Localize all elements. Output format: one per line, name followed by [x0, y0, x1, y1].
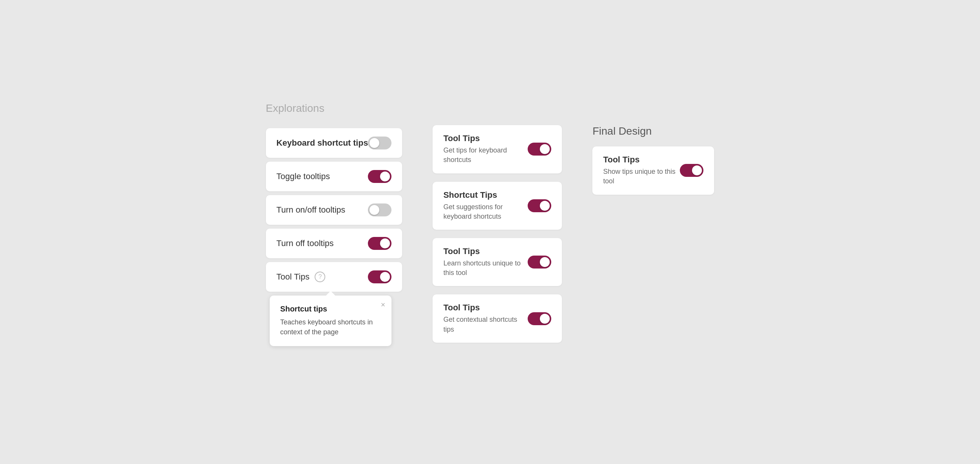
- keyboard-shortcut-label: Keyboard shortcut tips: [277, 138, 368, 148]
- turn-on-off-toggle[interactable]: [368, 203, 391, 216]
- main-layout: Explorations Keyboard shortcut tips Togg…: [266, 102, 714, 346]
- tooltip-close-button[interactable]: ×: [381, 301, 385, 308]
- final-tool-tips-card: Tool Tips Show tips unique to this tool: [592, 146, 714, 194]
- tool-tips-label-2: Tool Tips: [443, 246, 528, 256]
- toggle-tooltips-label: Toggle tooltips: [277, 172, 330, 181]
- shortcut-tips-card: Shortcut Tips Get suggestions for keyboa…: [433, 182, 562, 230]
- tool-tips-toggle-3[interactable]: [528, 312, 551, 325]
- left-column: Keyboard shortcut tips Toggle tooltips: [266, 128, 402, 346]
- tool-tips-question-card: Tool Tips ?: [266, 262, 402, 292]
- shortcut-tips-label: Shortcut Tips: [443, 190, 528, 200]
- question-icon[interactable]: ?: [315, 272, 325, 282]
- tool-tips-toggle-2[interactable]: [528, 256, 551, 269]
- keyboard-shortcut-toggle[interactable]: [368, 137, 391, 149]
- tool-tips-card-1: Tool Tips Get tips for keyboard shortcut…: [433, 125, 562, 173]
- middle-column: Tool Tips Get tips for keyboard shortcut…: [433, 125, 562, 346]
- turn-on-off-label: Turn on/off tooltips: [277, 205, 345, 215]
- shortcut-tips-sub: Get suggestions for keyboard shortcuts: [443, 202, 528, 221]
- tool-tips-content-2: Tool Tips Learn shortcuts unique to this…: [443, 246, 528, 278]
- final-design-section: Final Design Tool Tips Show tips unique …: [592, 125, 714, 198]
- tool-tips-question-toggle[interactable]: [368, 270, 391, 283]
- explorations-section: Explorations Keyboard shortcut tips Togg…: [266, 102, 402, 346]
- toggle-tooltips-card: Toggle tooltips: [266, 162, 402, 191]
- tool-tips-sub-1: Get tips for keyboard shortcuts: [443, 146, 528, 165]
- tool-tips-card-2: Tool Tips Learn shortcuts unique to this…: [433, 238, 562, 286]
- turn-off-label: Turn off tooltips: [277, 238, 334, 248]
- turn-on-off-card: Turn on/off tooltips: [266, 195, 402, 225]
- tool-tips-question-label: Tool Tips: [277, 272, 310, 282]
- tool-tips-toggle-1[interactable]: [528, 143, 551, 156]
- final-tool-tips-toggle[interactable]: [680, 164, 703, 177]
- explorations-label: Explorations: [266, 102, 402, 114]
- canvas: Explorations Keyboard shortcut tips Togg…: [0, 0, 980, 464]
- tool-tips-label-3: Tool Tips: [443, 303, 528, 313]
- tool-tips-card-3: Tool Tips Get contextual shortcuts tips: [433, 294, 562, 342]
- tooltip-popup-title: Shortcut tips: [280, 305, 381, 313]
- shortcut-tips-content: Shortcut Tips Get suggestions for keyboa…: [443, 190, 528, 221]
- tool-tips-row: Tool Tips ?: [277, 272, 326, 282]
- tool-tips-content-3: Tool Tips Get contextual shortcuts tips: [443, 303, 528, 334]
- final-tool-tips-content: Tool Tips Show tips unique to this tool: [603, 155, 680, 186]
- final-design-label: Final Design: [592, 125, 714, 137]
- toggle-tooltips-toggle[interactable]: [368, 170, 391, 183]
- tooltip-popup: Shortcut tips Teaches keyboard shortcuts…: [270, 296, 391, 346]
- turn-off-card: Turn off tooltips: [266, 229, 402, 258]
- final-tool-tips-label: Tool Tips: [603, 155, 680, 165]
- tool-tips-content-1: Tool Tips Get tips for keyboard shortcut…: [443, 133, 528, 165]
- tooltip-popup-description: Teaches keyboard shortcuts in context of…: [280, 317, 381, 337]
- keyboard-shortcut-card: Keyboard shortcut tips: [266, 128, 402, 158]
- final-tool-tips-sub: Show tips unique to this tool: [603, 167, 680, 186]
- turn-off-toggle[interactable]: [368, 237, 391, 250]
- shortcut-tips-toggle[interactable]: [528, 199, 551, 212]
- tool-tips-label-1: Tool Tips: [443, 133, 528, 143]
- tool-tips-sub-2: Learn shortcuts unique to this tool: [443, 259, 528, 278]
- tool-tips-sub-3: Get contextual shortcuts tips: [443, 315, 528, 334]
